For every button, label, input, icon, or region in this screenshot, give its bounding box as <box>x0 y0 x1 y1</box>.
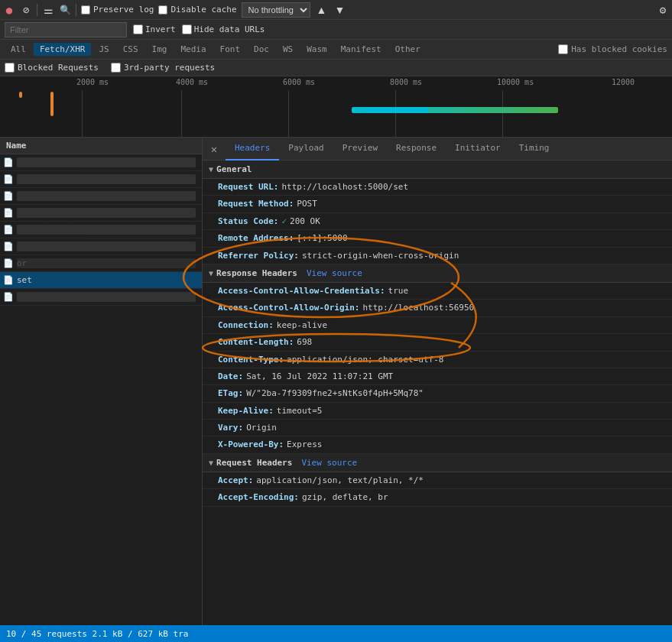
tick-12000: 12000 <box>612 76 635 86</box>
response-headers-section-header[interactable]: ▼ Response Headers View source <box>203 264 672 283</box>
detail-panel: ✕ Headers Payload Preview Response Initi… <box>203 138 672 625</box>
type-btn-other[interactable]: Other <box>389 43 427 56</box>
vline-4 <box>395 90 396 137</box>
header-value-url: http://localhost:5000/set <box>281 181 408 193</box>
import-button[interactable]: ▲ <box>315 4 329 16</box>
blocked-requests-checkbox[interactable] <box>5 63 15 73</box>
clear-icon[interactable]: ⊘ <box>20 4 32 16</box>
header-row-accept: Accept: application/json, text/plain, */… <box>203 472 672 489</box>
type-btn-font[interactable]: Font <box>214 43 247 56</box>
header-row-acac: Access-Control-Allow-Credentials: true <box>203 283 672 300</box>
type-btn-manifest[interactable]: Manifest <box>335 43 388 56</box>
invert-checkbox[interactable] <box>133 24 143 34</box>
header-key-content-length: Content-Length: <box>218 336 294 348</box>
type-btn-ws[interactable]: WS <box>277 43 299 56</box>
list-item-set[interactable]: 📄 set <box>0 272 202 289</box>
header-value-acac: true <box>388 285 409 297</box>
type-btn-fetch-xhr[interactable]: Fetch/XHR <box>34 43 92 56</box>
preserve-log-label[interactable]: Preserve log <box>81 5 154 15</box>
tab-preview[interactable]: Preview <box>333 138 387 160</box>
file-icon: 📄 <box>3 225 14 235</box>
header-value-remote: [::1]:5000 <box>297 232 347 244</box>
header-key-content-type: Content-Type: <box>218 354 284 365</box>
request-headers-view-source-link[interactable]: View source <box>301 458 357 468</box>
header-key-date: Date: <box>218 371 243 382</box>
tick-6000: 6000 ms <box>283 76 315 86</box>
req-bar-small-1 <box>19 92 22 98</box>
close-panel-button[interactable]: ✕ <box>206 141 222 157</box>
invert-label[interactable]: Invert <box>133 24 176 34</box>
list-item[interactable]: 📄 ████████████ <box>0 154 202 171</box>
tick-10000: 10000 ms <box>497 76 534 86</box>
header-value-status: 200 OK <box>290 216 320 227</box>
header-key-x-powered-by: X-Powered-By: <box>218 439 284 450</box>
search-icon[interactable]: 🔍 <box>59 4 71 16</box>
header-row-url: Request URL: http://localhost:5000/set <box>203 179 672 196</box>
file-icon: 📄 <box>3 258 14 268</box>
tab-initiator[interactable]: Initiator <box>446 138 510 160</box>
header-value-method: POST <box>297 198 317 209</box>
third-party-label[interactable]: 3rd-party requests <box>111 63 215 73</box>
has-blocked-cookies-label: Has blocked cookies <box>558 44 667 54</box>
list-item[interactable]: 📄 ██████████ <box>0 205 202 222</box>
throttle-select[interactable]: No throttling <box>242 2 310 18</box>
detail-tabs: ✕ Headers Payload Preview Response Initi… <box>203 138 672 160</box>
settings-icon[interactable]: ⚙ <box>657 4 669 16</box>
req-bar-tall <box>50 92 54 116</box>
blocked-requests-label[interactable]: Blocked Requests <box>5 63 99 73</box>
response-headers-section-title: Response Headers <box>216 268 297 278</box>
timeline-waterfall <box>0 90 672 137</box>
filter-input[interactable] <box>5 22 127 37</box>
list-item[interactable]: 📄 ████████ <box>0 289 202 306</box>
list-item[interactable]: 📄 ████ <box>0 188 202 205</box>
filter-icon[interactable]: ⚌ <box>42 4 54 16</box>
has-blocked-cookies-checkbox[interactable] <box>558 44 568 54</box>
disable-cache-checkbox[interactable] <box>158 5 167 15</box>
tab-headers[interactable]: Headers <box>226 138 279 160</box>
type-btn-css[interactable]: CSS <box>117 43 144 56</box>
header-row-x-powered-by: X-Powered-By: Express <box>203 436 672 453</box>
tab-timing[interactable]: Timing <box>510 138 559 160</box>
type-btn-img[interactable]: Img <box>146 43 174 56</box>
preserve-log-checkbox[interactable] <box>81 5 90 15</box>
header-value-acao: http://localhost:56950 <box>362 302 474 313</box>
header-row-vary: Vary: Origin <box>203 420 672 436</box>
list-item[interactable]: 📄 ████████ <box>0 171 202 188</box>
toolbar: ● ⊘ ⚌ 🔍 Preserve log Disable cache No th… <box>0 0 672 20</box>
request-headers-section-header[interactable]: ▼ Request Headers View source <box>203 454 672 472</box>
tab-response[interactable]: Response <box>387 138 446 160</box>
third-party-checkbox[interactable] <box>111 63 121 73</box>
file-icon: 📄 <box>3 191 14 201</box>
status-ok-icon: ✓ <box>281 216 287 227</box>
record-icon[interactable]: ● <box>3 4 15 16</box>
hide-data-urls-label[interactable]: Hide data URLs <box>182 24 265 34</box>
request-list: Name 📄 ████████████ 📄 ████████ 📄 ████ 📄 … <box>0 138 203 625</box>
tab-payload[interactable]: Payload <box>279 138 333 160</box>
response-headers-view-source-link[interactable]: View source <box>307 268 362 278</box>
vline-2 <box>181 90 182 137</box>
vline-3 <box>288 90 289 137</box>
name-column-header: Name <box>6 141 27 151</box>
hide-data-urls-checkbox[interactable] <box>182 24 192 34</box>
general-section-header[interactable]: ▼ General <box>203 160 672 179</box>
disable-cache-label[interactable]: Disable cache <box>158 5 236 15</box>
type-btn-js[interactable]: JS <box>93 43 115 56</box>
disable-cache-text: Disable cache <box>170 5 236 15</box>
list-item[interactable]: 📄 ████████████ <box>0 238 202 255</box>
header-key-url: Request URL: <box>218 181 278 193</box>
blocked-requests-text: Blocked Requests <box>18 63 99 73</box>
list-item[interactable]: 📄 ██████████████ <box>0 222 202 238</box>
header-key-connection: Connection: <box>218 319 274 331</box>
type-btn-doc[interactable]: Doc <box>248 43 275 56</box>
header-row-date: Date: Sat, 16 Jul 2022 11:07:21 GMT <box>203 368 672 385</box>
type-btn-all[interactable]: All <box>5 43 32 56</box>
type-btn-media[interactable]: Media <box>174 43 212 56</box>
header-row-content-type: Content-Type: application/json; charset=… <box>203 352 672 368</box>
type-btn-wasm[interactable]: Wasm <box>300 43 333 56</box>
header-value-vary: Origin <box>246 422 277 433</box>
export-button[interactable]: ▼ <box>333 4 346 16</box>
header-row-status: Status Code: ✓ 200 OK <box>203 213 672 230</box>
collapse-triangle-response: ▼ <box>209 269 213 277</box>
list-item[interactable]: 📄 or <box>0 255 202 272</box>
collapse-triangle-general: ▼ <box>209 165 213 173</box>
